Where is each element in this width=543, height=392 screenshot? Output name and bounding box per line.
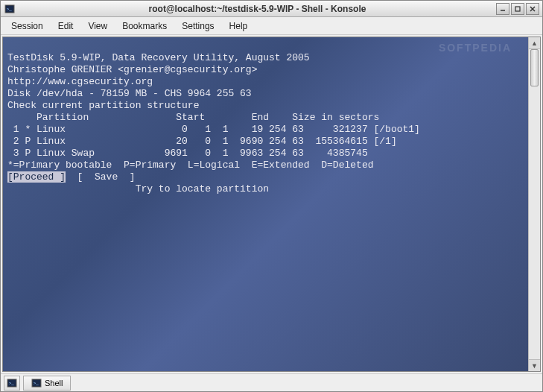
- minimize-button[interactable]: [496, 3, 509, 15]
- new-tab-button[interactable]: >_: [4, 376, 20, 391]
- partition-row-1: 1 * Linux 0 1 1 19 254 63 321237 [/boot1…: [7, 124, 524, 136]
- terminal-wrapper: SOFTPEDIATestDisk 5.9-WIP, Data Recovery…: [2, 37, 541, 372]
- term-checkline: Check current partition structure: [7, 100, 524, 112]
- menu-edit[interactable]: Edit: [52, 19, 80, 34]
- close-button[interactable]: [526, 3, 539, 15]
- menu-settings[interactable]: Settings: [176, 19, 220, 34]
- vertical-scrollbar[interactable]: ▲ ▼: [528, 37, 540, 371]
- svg-rect-4: [515, 7, 520, 11]
- app-icon: >_: [4, 3, 16, 15]
- term-header3: http://www.cgsecurity.org: [7, 76, 524, 88]
- terminal-output[interactable]: SOFTPEDIATestDisk 5.9-WIP, Data Recovery…: [3, 37, 528, 371]
- term-hint: Try to locate partition: [7, 183, 524, 195]
- titlebar[interactable]: >_ root@localhost:~/testdisk-5.9-WIP - S…: [1, 1, 542, 17]
- term-diskline: Disk /dev/hda - 78159 MB - CHS 9964 255 …: [7, 88, 524, 100]
- proceed-button[interactable]: [Proceed ]: [7, 171, 66, 183]
- tab-label: Shell: [45, 379, 63, 388]
- menubar: Session Edit View Bookmarks Settings Hel…: [1, 17, 542, 35]
- menu-help[interactable]: Help: [223, 19, 254, 34]
- action-row: [Proceed ] [ Save ]: [7, 171, 524, 183]
- term-legend: *=Primary bootable P=Primary L=Logical E…: [7, 159, 524, 171]
- partition-row-2: 2 P Linux 20 0 1 9690 254 63 155364615 […: [7, 136, 524, 148]
- terminal-icon: >_: [31, 378, 42, 388]
- terminal-container: SOFTPEDIATestDisk 5.9-WIP, Data Recovery…: [1, 35, 542, 373]
- tab-shell[interactable]: >_ Shell: [23, 376, 71, 391]
- menu-session[interactable]: Session: [5, 19, 49, 34]
- svg-text:>_: >_: [34, 379, 39, 385]
- scrollbar-thumb[interactable]: [530, 49, 539, 86]
- term-tableheader: Partition Start End Size in sectors: [7, 112, 524, 124]
- svg-text:>_: >_: [9, 379, 15, 385]
- app-window: >_ root@localhost:~/testdisk-5.9-WIP - S…: [0, 0, 543, 392]
- scroll-up-arrow[interactable]: ▲: [529, 37, 540, 49]
- maximize-button[interactable]: [511, 3, 524, 15]
- partition-row-3: 3 P Linux Swap 9691 0 1 9963 254 63 4385…: [7, 148, 524, 159]
- menu-bookmarks[interactable]: Bookmarks: [116, 19, 173, 34]
- statusbar: >_ >_ Shell: [1, 373, 542, 391]
- scroll-down-arrow[interactable]: ▼: [529, 359, 540, 371]
- window-title: root@localhost:~/testdisk-5.9-WIP - Shel…: [19, 4, 496, 14]
- term-header2: Christophe GRENIER <grenier@cgsecurity.o…: [7, 64, 524, 76]
- save-button[interactable]: [ Save ]: [66, 171, 136, 183]
- window-controls: [496, 3, 539, 15]
- menu-view[interactable]: View: [82, 19, 113, 34]
- svg-text:>_: >_: [7, 5, 13, 10]
- term-header1: TestDisk 5.9-WIP, Data Recovery Utility,…: [7, 52, 524, 64]
